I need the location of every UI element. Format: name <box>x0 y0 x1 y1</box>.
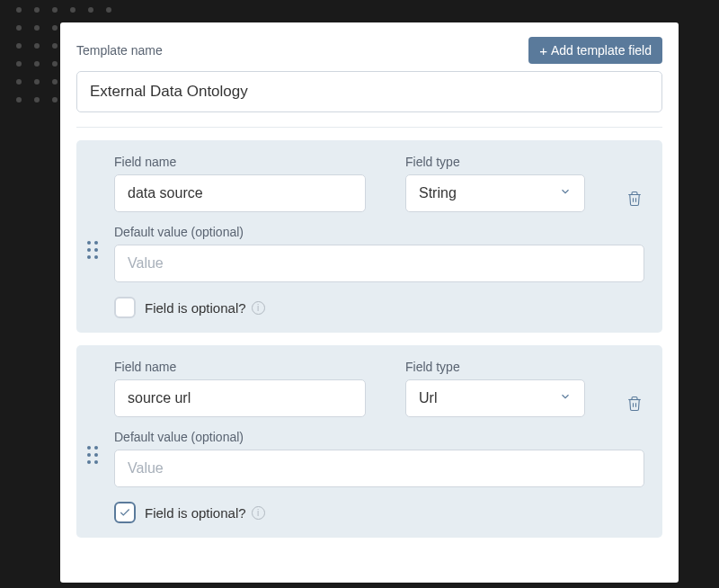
default-value-row: Default value (optional) <box>114 225 644 282</box>
drag-handle-icon[interactable] <box>87 446 98 464</box>
field-name-label: Field name <box>114 360 366 374</box>
template-editor-panel: Template name + Add template field Field… <box>60 22 679 583</box>
field-type-label: Field type <box>405 155 585 169</box>
field-row: Field name Field type Url <box>114 360 644 417</box>
optional-checkbox[interactable] <box>114 502 136 523</box>
header-row: Template name + Add template field <box>76 37 662 64</box>
field-name-column: Field name <box>114 155 366 212</box>
add-button-label: Add template field <box>551 43 652 58</box>
optional-label: Field is optional? i <box>145 300 265 316</box>
default-value-input[interactable] <box>114 450 644 487</box>
field-name-label: Field name <box>114 155 366 169</box>
info-icon[interactable]: i <box>252 506 265 520</box>
template-name-label: Template name <box>76 43 163 58</box>
field-row: Field name Field type String <box>114 155 644 212</box>
field-type-select[interactable]: String <box>405 174 585 212</box>
trash-icon <box>626 395 643 413</box>
optional-label: Field is optional? i <box>145 505 265 521</box>
field-type-value: Url <box>419 390 437 406</box>
field-type-column: Field type String <box>405 155 585 212</box>
chevron-down-icon <box>559 390 572 406</box>
field-type-label: Field type <box>405 360 585 374</box>
field-type-column: Field type Url <box>405 360 585 417</box>
optional-row: Field is optional? i <box>114 297 644 318</box>
template-name-input[interactable] <box>76 71 662 112</box>
divider <box>76 127 662 128</box>
chevron-down-icon <box>559 185 572 201</box>
drag-handle-icon[interactable] <box>87 241 98 259</box>
field-card: Field name Field type Url <box>76 345 662 538</box>
field-type-value: String <box>419 185 457 201</box>
optional-row: Field is optional? i <box>114 502 644 523</box>
default-value-label: Default value (optional) <box>114 225 644 239</box>
default-value-label: Default value (optional) <box>114 430 644 444</box>
add-template-field-button[interactable]: + Add template field <box>528 37 662 64</box>
field-card: Field name Field type String <box>76 140 662 333</box>
field-name-input[interactable] <box>114 174 366 212</box>
default-value-row: Default value (optional) <box>114 430 644 487</box>
trash-icon <box>626 190 643 208</box>
field-type-select[interactable]: Url <box>405 379 585 417</box>
field-name-column: Field name <box>114 360 366 417</box>
default-value-input[interactable] <box>114 245 644 282</box>
optional-checkbox[interactable] <box>114 297 136 318</box>
plus-icon: + <box>539 44 547 58</box>
field-name-input[interactable] <box>114 379 366 417</box>
delete-field-button[interactable] <box>625 393 644 417</box>
delete-field-button[interactable] <box>625 188 644 212</box>
info-icon[interactable]: i <box>252 301 265 315</box>
